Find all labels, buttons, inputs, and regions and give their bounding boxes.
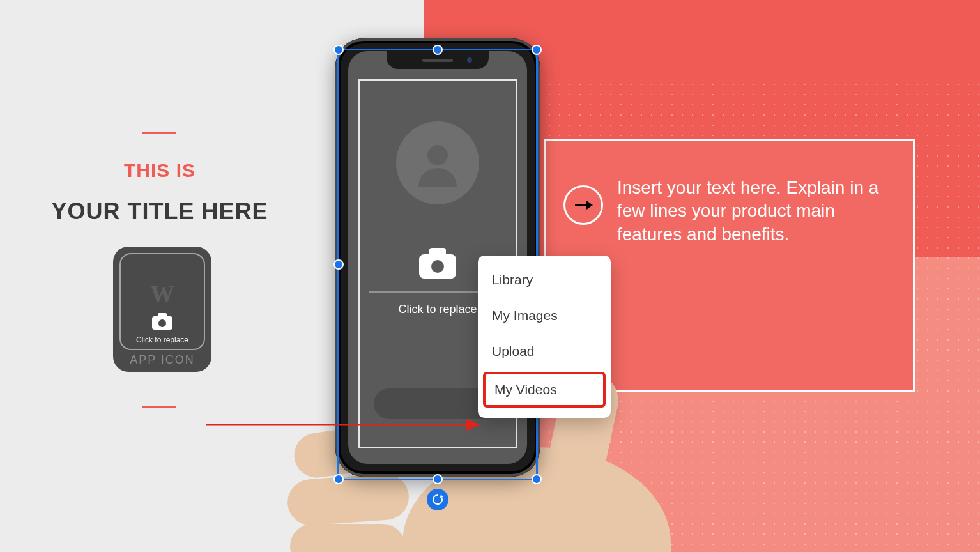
- resize-handle-bottom-right[interactable]: [532, 474, 542, 484]
- resize-handle-top-right[interactable]: [532, 45, 542, 55]
- menu-item-library[interactable]: Library: [478, 262, 611, 298]
- replace-context-menu: Library My Images Upload My Videos: [478, 256, 611, 418]
- app-icon-placeholder[interactable]: w Click to replace APP ICON: [113, 247, 211, 372]
- resize-handle-bottom-left[interactable]: [333, 474, 344, 484]
- resize-handle-bottom-mid[interactable]: [433, 474, 443, 484]
- decor-line-bottom: [142, 406, 176, 408]
- camera-icon: [418, 247, 457, 282]
- app-icon-glyph: w: [150, 271, 174, 309]
- app-icon-caption: APP ICON: [113, 353, 211, 367]
- svg-point-5: [427, 145, 448, 165]
- svg-marker-1: [586, 201, 593, 210]
- resize-handle-top-mid[interactable]: [433, 45, 443, 55]
- resize-handle-mid-left[interactable]: [333, 259, 344, 270]
- menu-item-upload[interactable]: Upload: [478, 334, 611, 369]
- svg-point-8: [431, 260, 444, 273]
- editor-canvas[interactable]: Insert your text here. Explain in a few …: [0, 0, 980, 552]
- svg-rect-7: [429, 248, 446, 257]
- arrow-right-icon: [574, 199, 593, 211]
- decor-line-top: [142, 132, 176, 134]
- feature-body-text: Insert your text here. Explain in a few …: [617, 176, 892, 246]
- feature-arrow-badge: [563, 185, 603, 225]
- menu-item-my-videos[interactable]: My Videos: [483, 372, 606, 408]
- avatar-placeholder-icon: [396, 121, 479, 204]
- eyebrow-text: THIS IS: [0, 160, 319, 181]
- resize-handle-top-left[interactable]: [333, 45, 344, 55]
- menu-item-my-images[interactable]: My Images: [478, 298, 611, 334]
- title-text: YOUR TITLE HERE: [0, 198, 319, 225]
